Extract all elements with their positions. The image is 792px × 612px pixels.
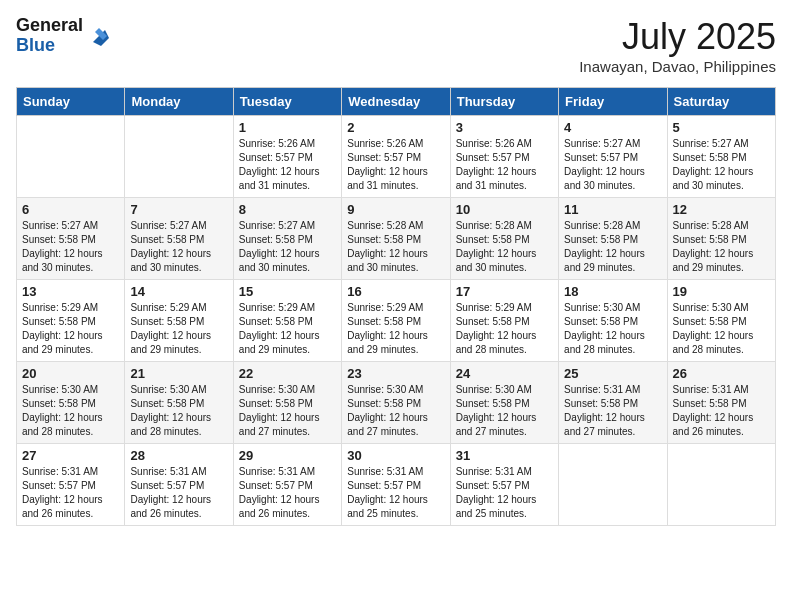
day-number: 17 — [456, 284, 553, 299]
day-info: Sunrise: 5:26 AM Sunset: 5:57 PM Dayligh… — [347, 137, 444, 193]
day-info: Sunrise: 5:27 AM Sunset: 5:58 PM Dayligh… — [239, 219, 336, 275]
day-info: Sunrise: 5:26 AM Sunset: 5:57 PM Dayligh… — [239, 137, 336, 193]
location: Inawayan, Davao, Philippines — [579, 58, 776, 75]
day-info: Sunrise: 5:31 AM Sunset: 5:57 PM Dayligh… — [456, 465, 553, 521]
calendar-cell: 8Sunrise: 5:27 AM Sunset: 5:58 PM Daylig… — [233, 198, 341, 280]
day-info: Sunrise: 5:30 AM Sunset: 5:58 PM Dayligh… — [22, 383, 119, 439]
day-info: Sunrise: 5:27 AM Sunset: 5:58 PM Dayligh… — [130, 219, 227, 275]
day-number: 27 — [22, 448, 119, 463]
day-number: 12 — [673, 202, 770, 217]
day-info: Sunrise: 5:28 AM Sunset: 5:58 PM Dayligh… — [347, 219, 444, 275]
day-number: 28 — [130, 448, 227, 463]
page-header: General Blue July 2025 Inawayan, Davao, … — [16, 16, 776, 75]
day-number: 5 — [673, 120, 770, 135]
day-info: Sunrise: 5:26 AM Sunset: 5:57 PM Dayligh… — [456, 137, 553, 193]
calendar-cell: 14Sunrise: 5:29 AM Sunset: 5:58 PM Dayli… — [125, 280, 233, 362]
weekday-header-monday: Monday — [125, 88, 233, 116]
weekday-header-sunday: Sunday — [17, 88, 125, 116]
day-number: 30 — [347, 448, 444, 463]
day-info: Sunrise: 5:29 AM Sunset: 5:58 PM Dayligh… — [130, 301, 227, 357]
calendar-cell: 30Sunrise: 5:31 AM Sunset: 5:57 PM Dayli… — [342, 444, 450, 526]
day-number: 3 — [456, 120, 553, 135]
calendar-cell: 26Sunrise: 5:31 AM Sunset: 5:58 PM Dayli… — [667, 362, 775, 444]
day-number: 31 — [456, 448, 553, 463]
day-number: 9 — [347, 202, 444, 217]
calendar-cell: 27Sunrise: 5:31 AM Sunset: 5:57 PM Dayli… — [17, 444, 125, 526]
day-number: 20 — [22, 366, 119, 381]
day-info: Sunrise: 5:27 AM Sunset: 5:57 PM Dayligh… — [564, 137, 661, 193]
day-info: Sunrise: 5:30 AM Sunset: 5:58 PM Dayligh… — [239, 383, 336, 439]
day-number: 1 — [239, 120, 336, 135]
day-info: Sunrise: 5:31 AM Sunset: 5:58 PM Dayligh… — [673, 383, 770, 439]
day-info: Sunrise: 5:31 AM Sunset: 5:57 PM Dayligh… — [239, 465, 336, 521]
day-info: Sunrise: 5:27 AM Sunset: 5:58 PM Dayligh… — [673, 137, 770, 193]
day-number: 13 — [22, 284, 119, 299]
day-info: Sunrise: 5:31 AM Sunset: 5:57 PM Dayligh… — [130, 465, 227, 521]
weekday-header-wednesday: Wednesday — [342, 88, 450, 116]
day-number: 6 — [22, 202, 119, 217]
calendar-cell: 2Sunrise: 5:26 AM Sunset: 5:57 PM Daylig… — [342, 116, 450, 198]
day-number: 10 — [456, 202, 553, 217]
day-number: 18 — [564, 284, 661, 299]
calendar-cell: 17Sunrise: 5:29 AM Sunset: 5:58 PM Dayli… — [450, 280, 558, 362]
day-number: 22 — [239, 366, 336, 381]
calendar-cell: 16Sunrise: 5:29 AM Sunset: 5:58 PM Dayli… — [342, 280, 450, 362]
calendar-cell: 18Sunrise: 5:30 AM Sunset: 5:58 PM Dayli… — [559, 280, 667, 362]
weekday-header-tuesday: Tuesday — [233, 88, 341, 116]
day-number: 15 — [239, 284, 336, 299]
calendar-cell: 13Sunrise: 5:29 AM Sunset: 5:58 PM Dayli… — [17, 280, 125, 362]
calendar-table: SundayMondayTuesdayWednesdayThursdayFrid… — [16, 87, 776, 526]
title-block: July 2025 Inawayan, Davao, Philippines — [579, 16, 776, 75]
day-info: Sunrise: 5:31 AM Sunset: 5:57 PM Dayligh… — [347, 465, 444, 521]
calendar-cell: 9Sunrise: 5:28 AM Sunset: 5:58 PM Daylig… — [342, 198, 450, 280]
calendar-cell: 19Sunrise: 5:30 AM Sunset: 5:58 PM Dayli… — [667, 280, 775, 362]
weekday-header-thursday: Thursday — [450, 88, 558, 116]
day-info: Sunrise: 5:29 AM Sunset: 5:58 PM Dayligh… — [22, 301, 119, 357]
calendar-cell: 15Sunrise: 5:29 AM Sunset: 5:58 PM Dayli… — [233, 280, 341, 362]
calendar-cell: 29Sunrise: 5:31 AM Sunset: 5:57 PM Dayli… — [233, 444, 341, 526]
day-number: 16 — [347, 284, 444, 299]
day-number: 25 — [564, 366, 661, 381]
day-number: 21 — [130, 366, 227, 381]
calendar-week-row: 27Sunrise: 5:31 AM Sunset: 5:57 PM Dayli… — [17, 444, 776, 526]
calendar-cell: 6Sunrise: 5:27 AM Sunset: 5:58 PM Daylig… — [17, 198, 125, 280]
day-info: Sunrise: 5:30 AM Sunset: 5:58 PM Dayligh… — [347, 383, 444, 439]
month-title: July 2025 — [579, 16, 776, 58]
calendar-week-row: 13Sunrise: 5:29 AM Sunset: 5:58 PM Dayli… — [17, 280, 776, 362]
calendar-cell: 7Sunrise: 5:27 AM Sunset: 5:58 PM Daylig… — [125, 198, 233, 280]
calendar-week-row: 20Sunrise: 5:30 AM Sunset: 5:58 PM Dayli… — [17, 362, 776, 444]
weekday-header-saturday: Saturday — [667, 88, 775, 116]
day-number: 29 — [239, 448, 336, 463]
weekday-header-row: SundayMondayTuesdayWednesdayThursdayFrid… — [17, 88, 776, 116]
calendar-week-row: 1Sunrise: 5:26 AM Sunset: 5:57 PM Daylig… — [17, 116, 776, 198]
calendar-cell — [17, 116, 125, 198]
calendar-cell — [667, 444, 775, 526]
day-info: Sunrise: 5:29 AM Sunset: 5:58 PM Dayligh… — [456, 301, 553, 357]
day-info: Sunrise: 5:28 AM Sunset: 5:58 PM Dayligh… — [673, 219, 770, 275]
day-info: Sunrise: 5:30 AM Sunset: 5:58 PM Dayligh… — [130, 383, 227, 439]
calendar-cell: 11Sunrise: 5:28 AM Sunset: 5:58 PM Dayli… — [559, 198, 667, 280]
day-info: Sunrise: 5:28 AM Sunset: 5:58 PM Dayligh… — [564, 219, 661, 275]
day-info: Sunrise: 5:28 AM Sunset: 5:58 PM Dayligh… — [456, 219, 553, 275]
calendar-week-row: 6Sunrise: 5:27 AM Sunset: 5:58 PM Daylig… — [17, 198, 776, 280]
day-info: Sunrise: 5:31 AM Sunset: 5:58 PM Dayligh… — [564, 383, 661, 439]
calendar-cell: 22Sunrise: 5:30 AM Sunset: 5:58 PM Dayli… — [233, 362, 341, 444]
calendar-cell: 4Sunrise: 5:27 AM Sunset: 5:57 PM Daylig… — [559, 116, 667, 198]
day-number: 24 — [456, 366, 553, 381]
calendar-cell: 21Sunrise: 5:30 AM Sunset: 5:58 PM Dayli… — [125, 362, 233, 444]
day-number: 4 — [564, 120, 661, 135]
day-info: Sunrise: 5:27 AM Sunset: 5:58 PM Dayligh… — [22, 219, 119, 275]
day-info: Sunrise: 5:30 AM Sunset: 5:58 PM Dayligh… — [456, 383, 553, 439]
logo-blue-text: Blue — [16, 36, 83, 56]
day-info: Sunrise: 5:29 AM Sunset: 5:58 PM Dayligh… — [239, 301, 336, 357]
logo-icon — [85, 22, 113, 50]
calendar-cell: 24Sunrise: 5:30 AM Sunset: 5:58 PM Dayli… — [450, 362, 558, 444]
calendar-cell: 1Sunrise: 5:26 AM Sunset: 5:57 PM Daylig… — [233, 116, 341, 198]
calendar-cell: 10Sunrise: 5:28 AM Sunset: 5:58 PM Dayli… — [450, 198, 558, 280]
calendar-cell: 25Sunrise: 5:31 AM Sunset: 5:58 PM Dayli… — [559, 362, 667, 444]
day-number: 8 — [239, 202, 336, 217]
logo: General Blue — [16, 16, 113, 56]
day-number: 26 — [673, 366, 770, 381]
calendar-cell: 23Sunrise: 5:30 AM Sunset: 5:58 PM Dayli… — [342, 362, 450, 444]
calendar-cell — [125, 116, 233, 198]
